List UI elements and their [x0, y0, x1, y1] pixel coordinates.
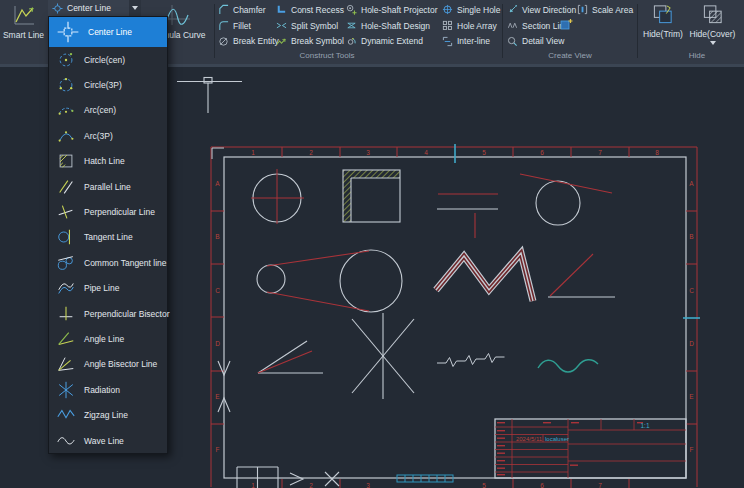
dropdown-item-hatch-line[interactable]: Hatch Line — [49, 149, 167, 174]
entity-pipe-line-demo[interactable] — [436, 253, 533, 301]
svg-text:B: B — [215, 233, 219, 240]
hide-cover-caret-icon[interactable] — [710, 41, 716, 45]
svg-text:5: 5 — [482, 482, 486, 488]
center-line-icon — [52, 3, 63, 14]
single-hole-icon — [442, 4, 453, 15]
dropdown-item-angle-line[interactable]: Angle Line — [49, 326, 167, 351]
dropdown-caret-icon[interactable] — [129, 0, 141, 16]
dropdown-item-radiation[interactable]: Radiation — [49, 377, 167, 402]
entity-zigzag-line-demo[interactable] — [437, 354, 505, 367]
center-line-header-label: Center Line — [67, 3, 125, 13]
break-entity-icon — [218, 36, 229, 47]
hole-shaft-design-button[interactable]: Hole-Shaft Design — [344, 18, 440, 34]
svg-text:D: D — [215, 340, 220, 347]
dropdown-item-common-tangent-line[interactable]: Common Tangent line — [49, 250, 167, 275]
center-line-dropdown-header[interactable]: Center Line — [48, 0, 141, 16]
entity-tangent-line-demo[interactable] — [520, 174, 612, 225]
svg-text:3: 3 — [366, 482, 370, 488]
arc-3p-icon — [56, 126, 76, 146]
scale-area-button[interactable]: Scale Area — [575, 2, 635, 18]
svg-text:5: 5 — [482, 149, 486, 156]
svg-text:2: 2 — [309, 482, 313, 488]
dropdown-item-tangent-line[interactable]: Tangent Line — [49, 225, 167, 250]
svg-text:1: 1 — [251, 149, 255, 156]
break-symbol-button[interactable]: Break Symbol — [274, 34, 346, 50]
hole-array-icon — [442, 20, 453, 31]
svg-text:D: D — [689, 340, 694, 347]
hole-shaft-projector-icon — [346, 4, 357, 15]
center-line-dropdown-menu: Center Line Circle(cen) Circle(3P) Arc(c… — [48, 16, 168, 454]
entity-radiation-demo[interactable] — [352, 313, 414, 399]
dropdown-item-perpendicular-line[interactable]: Perpendicular Line — [49, 199, 167, 224]
hide-trim-label: Hide(Trim) — [643, 29, 683, 39]
hole-shaft-design-icon — [346, 20, 357, 31]
svg-text:6: 6 — [540, 482, 544, 488]
hide-trim-icon — [651, 3, 675, 26]
dropdown-item-zigzag-line[interactable]: Zigzag Line — [49, 402, 167, 427]
svg-text:F: F — [216, 446, 220, 453]
fillet-button[interactable]: Fillet — [216, 18, 281, 34]
svg-text:7: 7 — [598, 149, 602, 156]
group-divider — [637, 4, 638, 58]
construct-tools-group-label: Construct Tools — [216, 51, 438, 60]
chamfer-icon — [218, 4, 229, 15]
detail-view-button[interactable]: Detail View — [505, 34, 578, 50]
dropdown-item-wave-line[interactable]: Wave Line — [49, 428, 167, 453]
hide-cover-icon — [701, 3, 725, 26]
circle-3p-icon — [56, 75, 76, 95]
detail-view-icon — [507, 36, 518, 47]
entity-wave-line-demo[interactable] — [538, 360, 598, 372]
dynamic-extend-icon — [346, 36, 357, 47]
svg-text:C: C — [215, 287, 220, 294]
inter-line-button[interactable]: Inter-line — [440, 34, 502, 50]
smart-line-button[interactable]: Smart Line — [0, 0, 47, 62]
hide-group-label: Hide — [640, 51, 744, 60]
svg-text:C: C — [689, 287, 694, 294]
dropdown-item-arc-cen[interactable]: Arc(cen) — [49, 98, 167, 123]
split-symbol-button[interactable]: Split Symbol — [274, 18, 346, 34]
group-divider — [214, 4, 215, 58]
dropdown-item-arc-3p[interactable]: Arc(3P) — [49, 123, 167, 148]
entity-hatch-demo[interactable] — [343, 170, 400, 222]
create-view-group-label: Create View — [504, 51, 636, 60]
dynamic-extend-button[interactable]: Dynamic Extend — [344, 34, 440, 50]
entity-perpendicular-bisector-demo[interactable] — [177, 78, 242, 114]
radiation-icon — [56, 380, 76, 400]
dropdown-item-pipe-line[interactable]: Pipe Line — [49, 276, 167, 301]
scale-area-new-button[interactable] — [560, 17, 574, 31]
entity-angle-bisector-demo[interactable] — [258, 341, 323, 373]
entity-angle-line-demo[interactable] — [548, 254, 615, 297]
entity-common-tangent-demo[interactable] — [257, 250, 402, 312]
hole-array-button[interactable]: Hole Array — [440, 18, 502, 34]
section-line-icon — [507, 20, 518, 31]
entity-parallel-line-demo[interactable] — [437, 194, 498, 238]
const-recess-icon — [276, 4, 287, 15]
title-block-author: localuser — [545, 436, 569, 442]
title-block-date: 2024/5/11 — [516, 436, 543, 442]
clipped-right-button[interactable] — [739, 0, 744, 62]
const-recess-button[interactable]: Const Recess — [274, 2, 346, 18]
svg-text:8: 8 — [655, 149, 659, 156]
title-block[interactable]: 2024/5/11 localuser 1:1 — [495, 419, 686, 478]
formula-curve-icon — [165, 3, 191, 27]
view-direction-button[interactable]: View Direction — [505, 2, 578, 18]
dropdown-item-center-line[interactable]: Center Line — [49, 17, 167, 47]
svg-text:E: E — [215, 393, 220, 400]
chamfer-button[interactable]: Chamfer — [216, 2, 281, 18]
dropdown-item-perpendicular-bisector[interactable]: Perpendicular Bisector — [49, 301, 167, 326]
scale-area-icon — [577, 4, 588, 15]
dropdown-item-angle-bisector-line[interactable]: Angle Bisector Line — [49, 352, 167, 377]
dropdown-item-parallel-line[interactable]: Parallel Line — [49, 174, 167, 199]
perpendicular-line-icon — [56, 202, 76, 222]
dropdown-item-circle-cen[interactable]: Circle(cen) — [49, 47, 167, 72]
entity-center-line-demo[interactable] — [251, 169, 304, 224]
center-line-icon — [56, 20, 80, 44]
hole-shaft-projector-button[interactable]: Hole-Shaft Projector — [344, 2, 440, 18]
smart-line-icon — [11, 3, 37, 27]
single-hole-button[interactable]: Single Hole — [440, 2, 502, 18]
break-entity-button[interactable]: Break Entity — [216, 34, 281, 50]
svg-text:E: E — [689, 393, 694, 400]
bottom-arrow-mark — [290, 473, 303, 485]
dropdown-item-circle-3p[interactable]: Circle(3P) — [49, 72, 167, 97]
parallel-line-icon — [56, 177, 76, 197]
